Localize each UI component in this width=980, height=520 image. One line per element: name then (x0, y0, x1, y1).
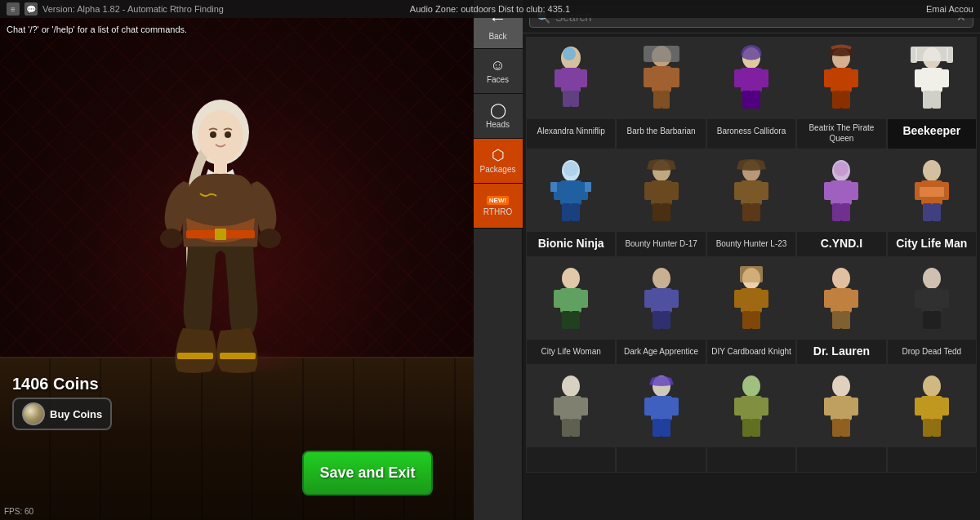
item-cell[interactable]: Dark Age Apprentice (616, 257, 706, 365)
item-thumbnail (617, 258, 705, 340)
item-thumbnail (888, 150, 976, 232)
item-cell[interactable]: Drop Dead Tedd (887, 257, 977, 365)
svg-rect-65 (742, 203, 751, 221)
chat-text: Chat '/?' or '/help' for a list of chat … (7, 24, 187, 34)
item-cell[interactable]: Barb the Barbarian (616, 37, 706, 149)
item-thumbnail (707, 366, 795, 447)
item-thumbnail (797, 150, 885, 232)
item-cell[interactable] (887, 365, 977, 473)
svg-rect-134 (832, 419, 841, 437)
item-thumbnail (527, 366, 615, 447)
svg-rect-58 (670, 182, 679, 200)
packages-label: Packages (480, 165, 516, 174)
svg-rect-103 (850, 290, 858, 308)
item-cell[interactable]: Bionic Ninja (526, 149, 616, 257)
svg-rect-139 (941, 398, 949, 416)
item-name: Alexandra Ninniflip (535, 119, 608, 144)
coin-icon (22, 402, 45, 425)
item-cell[interactable]: City Life Woman (526, 257, 616, 365)
faces-icon: ☺ (490, 58, 505, 73)
svg-rect-85 (562, 311, 571, 329)
item-thumbnail (707, 150, 795, 232)
item-cell[interactable]: Baroness Callidora (706, 37, 796, 149)
version-text: Version: Alpha 1.82 - Automatic Rthro Fi… (42, 4, 224, 14)
item-name: Barb the Barbarian (625, 119, 698, 144)
svg-rect-101 (831, 288, 852, 313)
svg-rect-90 (670, 290, 679, 308)
svg-rect-40 (947, 47, 953, 63)
svg-point-81 (562, 268, 580, 289)
audio-zone-text: Audio Zone: outdoors Dist to club: 435.1 (410, 4, 570, 14)
svg-rect-66 (751, 203, 760, 221)
svg-rect-96 (734, 290, 742, 308)
coins-amount: 1406 Coins (12, 375, 99, 393)
svg-rect-10 (220, 353, 256, 359)
item-cell[interactable] (796, 365, 886, 473)
svg-rect-102 (824, 290, 832, 308)
rthro-nav-button[interactable]: NEW! RTHRO (474, 184, 523, 229)
chat-icon[interactable]: 💬 (24, 2, 38, 16)
item-name (749, 447, 754, 472)
svg-rect-45 (932, 91, 941, 109)
svg-rect-129 (751, 419, 760, 437)
svg-rect-92 (662, 311, 670, 329)
svg-rect-15 (579, 69, 587, 87)
item-name (568, 447, 573, 472)
item-cell[interactable]: Dr. Lauren (796, 257, 886, 365)
svg-rect-122 (653, 419, 662, 437)
item-cell[interactable] (526, 365, 616, 473)
faces-nav-button[interactable]: ☺ Faces (474, 49, 523, 94)
buy-coins-button[interactable]: Buy Coins (12, 398, 112, 430)
svg-rect-141 (932, 419, 941, 437)
svg-rect-99 (751, 311, 760, 329)
svg-point-47 (564, 162, 578, 176)
svg-rect-94 (740, 266, 763, 282)
item-cell[interactable] (616, 365, 706, 473)
item-name: City Life Man (893, 232, 969, 256)
item-name: Dr. Lauren (811, 340, 872, 364)
svg-rect-127 (760, 398, 768, 416)
packages-icon: ⬡ (492, 148, 505, 162)
svg-rect-88 (651, 288, 672, 313)
save-exit-button[interactable]: Save and Exit (302, 451, 433, 496)
heads-nav-button[interactable]: ◯ Heads (474, 94, 523, 139)
svg-rect-13 (561, 68, 581, 92)
item-cell[interactable]: Beekeeper (887, 37, 977, 149)
item-name (659, 447, 664, 472)
svg-rect-79 (923, 203, 932, 221)
item-cell[interactable]: DIY Cardboard Knight (706, 257, 796, 365)
heads-icon: ◯ (490, 103, 506, 118)
svg-point-2 (210, 131, 216, 138)
item-cell[interactable]: City Life Man (887, 149, 977, 257)
item-cell[interactable]: Bounty Hunter L-23 (706, 149, 796, 257)
svg-point-106 (923, 268, 941, 289)
svg-rect-63 (734, 182, 742, 200)
svg-point-100 (832, 268, 850, 289)
svg-rect-38 (915, 47, 948, 61)
item-name: Beatrix The Pirate Queen (797, 119, 885, 149)
svg-rect-16 (563, 91, 571, 107)
item-name (839, 447, 844, 472)
svg-rect-59 (653, 203, 662, 221)
item-cell[interactable]: Alexandra Ninniflip (526, 37, 616, 149)
svg-rect-135 (841, 419, 850, 437)
item-cell[interactable] (706, 365, 796, 473)
item-cell[interactable]: C.YND.I (796, 149, 886, 257)
svg-rect-34 (850, 69, 858, 87)
save-exit-label: Save and Exit (319, 464, 415, 482)
svg-rect-57 (644, 182, 653, 200)
svg-rect-4 (214, 159, 227, 176)
item-thumbnail (707, 258, 795, 340)
svg-rect-72 (832, 203, 841, 221)
item-thumbnail (527, 150, 615, 232)
item-cell[interactable]: Bounty Hunter D-17 (616, 149, 706, 257)
menu-icon[interactable]: ≡ (7, 2, 20, 16)
item-cell[interactable]: Beatrix The Pirate Queen (796, 37, 886, 149)
svg-rect-83 (554, 290, 562, 308)
svg-rect-9 (177, 353, 213, 359)
svg-rect-62 (741, 180, 762, 205)
svg-point-136 (923, 376, 941, 397)
svg-rect-21 (644, 68, 653, 87)
packages-nav-button[interactable]: ⬡ Packages (474, 139, 523, 184)
svg-rect-22 (670, 68, 679, 87)
